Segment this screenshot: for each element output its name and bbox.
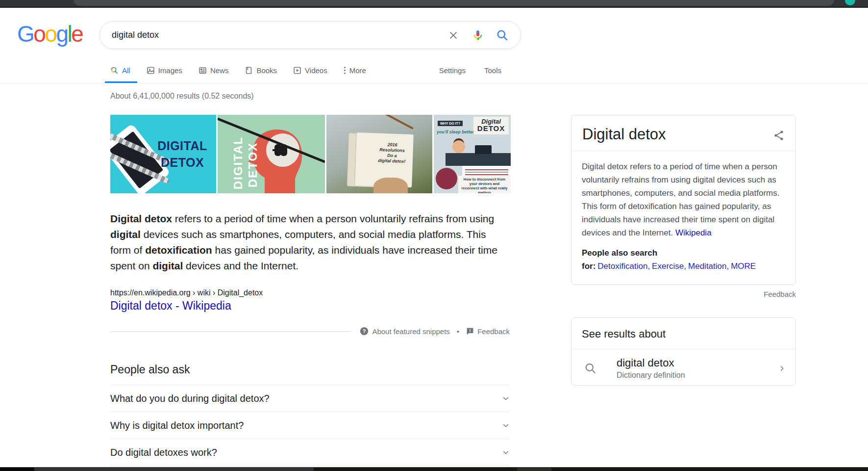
see-results-title: digital detox xyxy=(617,356,778,370)
result-title-link[interactable]: Digital detox - Wikipedia xyxy=(110,299,231,313)
tab-news[interactable]: News xyxy=(198,66,229,75)
wikipedia-link[interactable]: Wikipedia xyxy=(675,228,712,237)
red-badge xyxy=(436,168,457,189)
browser-top-bar xyxy=(0,0,868,8)
tab-books[interactable]: Books xyxy=(245,66,277,75)
pasf-link-more[interactable]: MORE xyxy=(731,262,756,271)
people-also-ask-list: What do you do during digital detox? Why… xyxy=(110,385,510,466)
logo-letter: e xyxy=(71,21,82,47)
result-stats: About 6,41,00,000 results (0.52 seconds) xyxy=(110,92,254,101)
knowledge-panel: Digital detox Digital detox refers to a … xyxy=(571,115,796,285)
separator-dot: • xyxy=(457,327,459,336)
tab-label: Videos xyxy=(305,66,327,75)
cartoon-person xyxy=(452,140,465,153)
result-type-tabs: All Images News Books Videos More Settin… xyxy=(110,63,521,78)
browser-address-bar[interactable] xyxy=(74,0,834,6)
google-search-results-page: Google digital detox xyxy=(0,0,868,471)
featured-snippet-text: Digital detox refers to a period of time… xyxy=(110,211,502,274)
chevron-down-icon[interactable] xyxy=(502,421,510,429)
microphone-icon[interactable] xyxy=(471,29,484,42)
about-featured-snippets-link[interactable]: ? About featured snippets xyxy=(360,327,449,336)
thumbnail-phone-chained[interactable]: DIGITALDETOX xyxy=(110,115,216,193)
header-divider xyxy=(0,83,868,83)
all-search-icon xyxy=(110,66,119,75)
laptop-graphic xyxy=(475,145,492,154)
feedback-link[interactable]: ! Feedback xyxy=(466,327,510,336)
google-logo[interactable]: Google xyxy=(17,23,82,45)
poster-sleep-label: you'll sleep better xyxy=(437,130,474,134)
partial-next-content-strip xyxy=(0,467,868,471)
poster-title: Digital DETOX xyxy=(473,117,509,134)
see-results-subtitle: Dictionary definition xyxy=(617,370,778,381)
vertical-caption: DIGITAL xyxy=(231,136,245,189)
pen-graphic xyxy=(375,115,414,130)
share-icon[interactable] xyxy=(773,130,785,141)
notebook-text: 2016 Resolutions Do a digital detox! xyxy=(377,142,407,164)
tab-videos[interactable]: Videos xyxy=(293,66,327,75)
hand-graphic xyxy=(373,178,408,193)
pasf-link-meditation[interactable]: Meditation, xyxy=(688,262,729,271)
help-circle-icon: ? xyxy=(360,327,369,336)
chevron-down-icon[interactable] xyxy=(502,448,510,456)
videos-icon xyxy=(293,66,301,75)
logo-letter: o xyxy=(33,21,45,47)
pasf-link-detoxification[interactable]: Detoxification, xyxy=(597,262,650,271)
search-input[interactable]: digital detox xyxy=(112,30,447,40)
feedback-icon: ! xyxy=(466,327,474,335)
tab-more[interactable]: More xyxy=(344,66,366,75)
books-icon xyxy=(245,66,253,75)
tab-label: All xyxy=(122,66,130,75)
images-icon xyxy=(147,66,155,75)
people-also-search-for: People also search for:Detoxification,Ex… xyxy=(571,239,795,285)
news-icon xyxy=(198,66,207,75)
tools-button[interactable]: Tools xyxy=(484,66,501,75)
people-also-ask-heading: People also ask xyxy=(110,363,190,376)
svg-text:!: ! xyxy=(470,328,471,333)
tab-images[interactable]: Images xyxy=(147,66,182,75)
paa-question[interactable]: What do you do during digital detox? xyxy=(110,385,510,412)
chevron-down-icon[interactable] xyxy=(502,394,510,402)
clear-icon[interactable] xyxy=(447,29,460,42)
search-submit-icon[interactable] xyxy=(496,29,509,42)
result-url: https://en.wikipedia.org › wiki › Digita… xyxy=(110,288,263,297)
vertical-caption: DETOX xyxy=(246,142,260,187)
tab-label: Books xyxy=(256,66,277,75)
tabs-right-group: Settings Tools xyxy=(439,66,501,75)
logo-letter: g xyxy=(56,21,67,47)
panel-feedback-link[interactable]: Feedback xyxy=(571,290,796,298)
paa-question-text: What do you do during digital detox? xyxy=(110,393,270,404)
thumbnail-head-unplugged[interactable]: DIGITAL DETOX xyxy=(218,115,325,193)
search-bar[interactable]: digital detox xyxy=(99,21,521,49)
knowledge-panel-title: Digital detox xyxy=(582,126,666,143)
description-text: Digital detox refers to a period of time… xyxy=(582,162,779,237)
tab-label: Images xyxy=(158,66,182,75)
settings-button[interactable]: Settings xyxy=(439,66,466,75)
featured-snippet-footer: ? About featured snippets • ! Feedback xyxy=(110,327,510,336)
chevron-right-icon[interactable] xyxy=(778,365,786,372)
more-dots-icon xyxy=(344,66,346,75)
knowledge-panel-header: Digital detox xyxy=(571,115,795,151)
paa-question[interactable]: Do digital detoxes work? xyxy=(110,439,510,466)
paa-question-text: Do digital detoxes work? xyxy=(110,447,217,458)
poster-bottom-text: How to disconnect from your devices and … xyxy=(458,176,511,193)
desk-graphic xyxy=(446,153,511,166)
svg-text:?: ? xyxy=(363,328,366,334)
pasf-link-exercise[interactable]: Exercise, xyxy=(652,262,686,271)
divider-line xyxy=(110,466,510,466)
image-thumbnails-row: DIGITALDETOX DIGITAL DETOX 2016 Resol xyxy=(110,115,511,193)
search-icon xyxy=(584,362,597,375)
see-results-texts: digital detox Dictionary definition xyxy=(617,356,778,381)
logo-letter: o xyxy=(45,21,56,47)
poster-why-label: WHY DO IT? xyxy=(438,121,463,126)
divider-line xyxy=(110,331,351,332)
tab-label: More xyxy=(349,66,366,75)
thumbnail-detox-poster[interactable]: WHY DO IT? you'll sleep better Digital D… xyxy=(434,115,511,193)
tab-all[interactable]: All xyxy=(110,66,130,75)
thumbnail-notebook[interactable]: 2016 Resolutions Do a digital detox! xyxy=(326,115,432,193)
paa-question[interactable]: Why is digital detox important? xyxy=(110,412,510,439)
logo-letter: G xyxy=(17,21,33,47)
see-results-item[interactable]: digital detox Dictionary definition xyxy=(571,349,795,388)
see-results-about-card: See results about digital detox Dictiona… xyxy=(571,317,796,386)
tab-label: News xyxy=(210,66,229,75)
browser-profile-avatar[interactable] xyxy=(845,0,855,5)
